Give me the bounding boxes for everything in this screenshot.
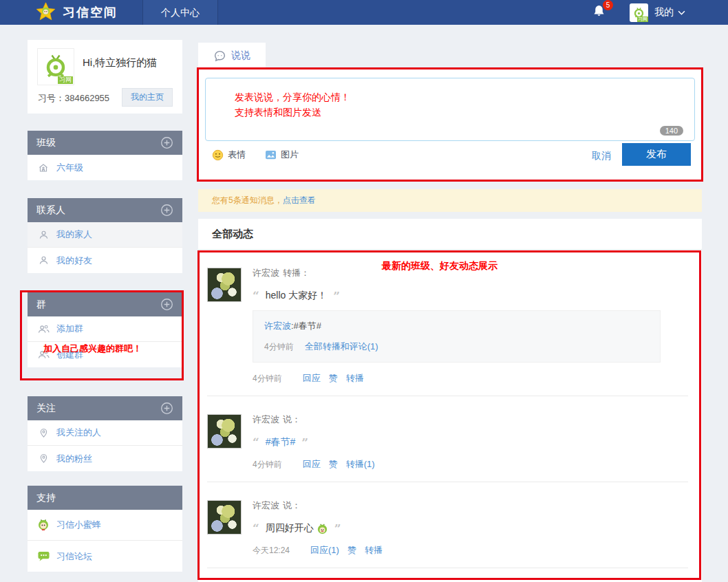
navbar-right: 5 习网 我的 [592, 3, 728, 22]
tab-strip: 说说 [198, 43, 702, 69]
sidebar-item-label: 习信小蜜蜂 [56, 519, 101, 531]
avatar-tag: 习网 [58, 76, 73, 84]
notice-link[interactable]: 点击查看 [283, 195, 316, 206]
speech-bubble-icon [213, 50, 226, 63]
feed-avatar[interactable] [207, 414, 242, 449]
topic-link[interactable]: #春节# [266, 436, 296, 449]
reply-link[interactable]: 回应 [303, 458, 321, 471]
add-icon[interactable] [160, 204, 173, 217]
sidebar-item-grade6[interactable]: 六年级 [28, 155, 182, 180]
repost-author-link[interactable]: 许宏波 [264, 321, 291, 331]
app-logo[interactable]: 习信空间 [34, 1, 118, 24]
brand-title: 习信空间 [63, 4, 118, 21]
sidebar-item-friends[interactable]: 我的好友 [28, 248, 182, 273]
section-header-follow: 关注 [28, 396, 182, 420]
sidebar-item-create-group[interactable]: 创建群 [28, 342, 182, 367]
open-quote-mark: “ [253, 291, 259, 301]
reply-link[interactable]: 回应(1) [310, 544, 339, 557]
feed-avatar[interactable] [207, 268, 242, 302]
image-button[interactable]: 图片 [265, 149, 299, 161]
feed-author[interactable]: 许宏波 [253, 268, 279, 278]
section-header-contacts: 联系人 [28, 198, 182, 222]
sidebar-item-family[interactable]: 我的家人 [28, 222, 182, 248]
section-title: 联系人 [36, 204, 65, 217]
feed-verb: 说： [283, 500, 301, 510]
notice-separator: ， [275, 195, 283, 206]
sidebar: 习网 Hi,特立独行的猫 习号：384662955 我的主页 班级 六年级 联系… [28, 40, 182, 572]
sidebar-section-follow: 关注 我关注的人 我的粉丝 [28, 396, 182, 471]
sidebar-item-add-group[interactable]: 添加群 [28, 316, 182, 342]
tab-shuoshuo[interactable]: 说说 [198, 43, 266, 69]
user-menu-label[interactable]: 我的 [654, 6, 674, 19]
reply-link[interactable]: 回应 [303, 372, 321, 385]
cancel-button[interactable]: 取消 [592, 150, 611, 162]
sidebar-item-fans[interactable]: 我的粉丝 [28, 446, 182, 471]
profile-card: 习网 Hi,特立独行的猫 习号：384662955 我的主页 [28, 40, 182, 114]
like-link[interactable]: 赞 [329, 372, 338, 385]
like-link[interactable]: 赞 [347, 544, 356, 557]
emoticon-label: 表情 [228, 149, 246, 161]
picture-icon [265, 150, 277, 160]
post-textarea[interactable]: 发表说说，分享你的心情！ 支持表情和图片发送 140 [205, 78, 695, 141]
char-counter: 140 [660, 126, 683, 136]
feed-quote: “ hello 大家好！ ” [253, 290, 688, 302]
feed-author[interactable]: 许宏波 [253, 414, 279, 424]
feed-timestamp: 今天12:24 [253, 545, 290, 557]
repost-timestamp: 4分钟前 [264, 341, 294, 353]
main-content: 说说 发表说说，分享你的心情！ 支持表情和图片发送 140 表情 图 [198, 43, 702, 582]
feed-timestamp: 4分钟前 [253, 373, 282, 385]
section-title: 支持 [36, 492, 56, 504]
profile-avatar[interactable]: 习网 [37, 48, 74, 85]
profile-greeting: Hi,特立独行的猫 [83, 56, 157, 69]
publish-button[interactable]: 发布 [622, 143, 691, 166]
repost-link[interactable]: 转播 [346, 372, 364, 385]
open-quote-mark: “ [253, 438, 259, 447]
feed-avatar[interactable] [207, 500, 242, 535]
notification-bell[interactable]: 5 [592, 4, 606, 21]
avatar-tag: 习网 [637, 17, 648, 22]
emoticon-button[interactable]: 表情 [212, 149, 246, 161]
sidebar-item-label: 添加群 [56, 323, 83, 335]
feed-meta: 今天12:24 回应(1) 赞 转播 [253, 544, 688, 557]
composer-toolbar: 表情 图片 [212, 149, 318, 161]
feed-timestamp: 4分钟前 [253, 459, 282, 471]
group-icon [36, 349, 50, 360]
feed-item: 许宏波说： “ #春节# ” 4分钟前 回应 赞 转播(1) [207, 396, 688, 482]
post-composer: 发表说说，分享你的心情！ 支持表情和图片发送 140 表情 图片 取消 发布 [198, 69, 702, 180]
feed-verb: 说： [283, 414, 301, 424]
feed-title: 全部动态 [198, 219, 702, 250]
section-title: 关注 [36, 402, 56, 415]
chevron-down-icon[interactable] [678, 10, 685, 15]
repost-text: :#春节# [291, 321, 321, 331]
feed-item-head: 许宏波说： [253, 413, 688, 426]
sidebar-item-following[interactable]: 我关注的人 [28, 420, 182, 446]
close-quote-mark: ” [333, 291, 340, 301]
repost-link[interactable]: 转播(1) [346, 458, 375, 471]
section-header-groups: 群 [28, 292, 182, 316]
feed-meta: 4分钟前 回应 赞 转播 [253, 372, 688, 385]
section-header-class: 班级 [28, 131, 182, 155]
my-homepage-button[interactable]: 我的主页 [122, 88, 173, 107]
top-navbar: 习信空间 个人中心 5 习网 我的 [0, 0, 728, 25]
add-icon[interactable] [160, 136, 173, 149]
sidebar-section-groups: 加入自己感兴趣的群吧！ 群 添加群 创建群 [28, 292, 182, 367]
repost-link[interactable]: 转播 [365, 544, 383, 557]
add-icon[interactable] [160, 402, 173, 415]
like-link[interactable]: 赞 [329, 458, 338, 471]
sidebar-item-xixin-bee[interactable]: 习信小蜜蜂 [28, 510, 182, 541]
pin-icon [36, 453, 50, 464]
feed-author[interactable]: 许宏波 [253, 500, 279, 510]
user-avatar[interactable]: 习网 [630, 3, 648, 22]
repost-comments-link[interactable]: 全部转播和评论(1) [305, 341, 378, 353]
feed-quote: “ #春节# ” [253, 436, 688, 449]
feed-quote: “ 周四好开心 ” [253, 522, 688, 535]
sidebar-item-label: 我的好友 [56, 255, 92, 267]
add-icon[interactable] [160, 298, 173, 311]
nav-item-personal-center[interactable]: 个人中心 [142, 0, 218, 25]
sidebar-item-label: 六年级 [56, 162, 83, 174]
sidebar-item-xixin-forum[interactable]: 习信论坛 [28, 541, 182, 572]
sidebar-section-class: 班级 六年级 [28, 131, 182, 180]
feed-item-head: 许宏波说： [253, 499, 688, 512]
feed-item: 许宏波转播： “ hello 大家好！ ” 许宏波:#春节# [207, 250, 688, 396]
section-title: 班级 [36, 137, 56, 149]
